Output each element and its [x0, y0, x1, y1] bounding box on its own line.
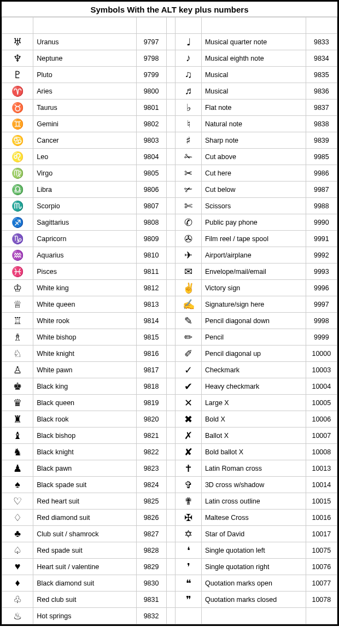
gap-cell [166, 378, 176, 395]
symbol-glyph-left: ♌ [2, 149, 33, 165]
symbol-glyph-left: ♗ [2, 329, 33, 346]
symbol-code-right: 10004 [306, 378, 337, 395]
symbol-code-right: 9837 [306, 99, 337, 116]
symbol-name-right: Airport/airplane [201, 247, 306, 264]
symbol-code-left: 9832 [136, 608, 166, 624]
symbol-name-left: Libra [33, 182, 136, 198]
table-row: ♚Black king9818✔Heavy checkmark10004 [2, 378, 337, 395]
symbol-name-left: Red spade suit [33, 542, 136, 559]
table-row: ♟Black pawn9823✝Latin Roman cross10013 [2, 460, 337, 477]
symbol-code-right: 9986 [306, 165, 337, 182]
symbol-code-right: 10014 [306, 477, 337, 493]
symbol-code-left: 9827 [136, 526, 166, 542]
symbol-code-left: 9799 [136, 67, 166, 83]
symbol-code-left: 9803 [136, 132, 166, 149]
symbol-code-right: 9836 [306, 83, 337, 99]
table-row: ♗White bishop9815✏Pencil9999 [2, 329, 337, 346]
symbol-code-left: 9822 [136, 444, 166, 460]
symbol-name-right: Musical eighth note [201, 50, 306, 67]
symbol-glyph-left: ♖ [2, 313, 33, 329]
symbol-glyph-right: ✁ [176, 149, 202, 165]
symbol-name-right: Maltese Cross [201, 510, 306, 526]
gap-cell [166, 50, 176, 67]
symbol-name-left: Pisces [33, 264, 136, 280]
symbol-name-left: Black queen [33, 395, 136, 411]
symbols-table: ♅Uranus9797♩Musical quarter note9833♆Nep… [2, 17, 337, 624]
symbol-glyph-right: ✗ [176, 428, 202, 444]
symbol-name-right: Musical [201, 83, 306, 99]
gap-cell [166, 444, 176, 460]
symbol-code-left: 9798 [136, 50, 166, 67]
symbol-name-left: Red heart suit [33, 493, 136, 510]
symbol-glyph-right: ♩ [176, 34, 202, 50]
symbol-code-left: 9811 [136, 264, 166, 280]
symbol-glyph-right: ✍ [176, 296, 202, 313]
symbol-code-right: 10077 [306, 575, 337, 592]
symbol-name-right: Quotation marks open [201, 575, 306, 592]
gap-cell [166, 83, 176, 99]
symbol-glyph-left: ♇ [2, 67, 33, 83]
symbol-code-left: 9819 [136, 395, 166, 411]
table-row: ♇Pluto9799♫Musical9835 [2, 67, 337, 83]
symbol-code-right: 9839 [306, 132, 337, 149]
symbol-code-right: 10078 [306, 592, 337, 608]
gap-cell [166, 329, 176, 346]
symbol-name-left: Sagittarius [33, 214, 136, 231]
symbol-glyph-right: ✉ [176, 264, 202, 280]
symbol-glyph-right: ✏ [176, 329, 202, 346]
table-row: ♙White pawn9817✓Checkmark10003 [2, 362, 337, 378]
symbol-name-left: Hot springs [33, 608, 136, 624]
table-row: ♦Black diamond suit9830❝Quotation marks … [2, 575, 337, 592]
symbol-code-right: 9991 [306, 231, 337, 247]
table-row: ♅Uranus9797♩Musical quarter note9833 [2, 34, 337, 50]
symbol-name-left: White queen [33, 296, 136, 313]
symbol-code-right: 9835 [306, 67, 337, 83]
symbol-code-left: 9804 [136, 149, 166, 165]
symbol-code-right [306, 608, 337, 624]
table-row: ♓Pisces9811✉Envelope/mail/email9993 [2, 264, 337, 280]
symbol-name-left: Black pawn [33, 460, 136, 477]
symbol-code-left: 9821 [136, 428, 166, 444]
symbol-code-right: 10013 [306, 460, 337, 477]
symbol-name-left: White king [33, 280, 136, 296]
symbol-name-left: Heart suit / valentine [33, 559, 136, 575]
symbol-glyph-left: ♝ [2, 428, 33, 444]
table-row: ♣Club suit / shamrock9827✡Star of David1… [2, 526, 337, 542]
symbol-code-right: 10007 [306, 428, 337, 444]
table-row: ♧Red club suit9831❞Quotation marks close… [2, 592, 337, 608]
symbol-glyph-left: ♐ [2, 214, 33, 231]
symbol-name-right: Bold ballot X [201, 444, 306, 460]
symbol-name-left: Capricorn [33, 231, 136, 247]
symbol-glyph-right: ✓ [176, 362, 202, 378]
gap-cell [166, 198, 176, 214]
symbol-name-right: Musical [201, 67, 306, 83]
symbol-glyph-left: ♥ [2, 559, 33, 575]
symbol-name-right: 3D cross w/shadow [201, 477, 306, 493]
symbol-name-right: Large X [201, 395, 306, 411]
symbol-code-right: 10008 [306, 444, 337, 460]
symbol-glyph-left: ♨ [2, 608, 33, 624]
symbol-code-left: 9828 [136, 542, 166, 559]
symbol-name-right: Pencil [201, 329, 306, 346]
symbol-glyph-left: ♓ [2, 264, 33, 280]
symbol-name-left: White bishop [33, 329, 136, 346]
symbol-glyph-right: ✇ [176, 231, 202, 247]
table-row: ♉Taurus9801♭Flat note9837 [2, 99, 337, 116]
gap-cell [166, 165, 176, 182]
table-row: ♤Red spade suit9828❛Single quotation lef… [2, 542, 337, 559]
symbol-code-left: 9813 [136, 296, 166, 313]
gap-cell [166, 493, 176, 510]
symbol-name-right: Cut below [201, 182, 306, 198]
symbol-glyph-left: ♜ [2, 411, 33, 428]
table-row: ♞Black knight9822✘Bold ballot X10008 [2, 444, 337, 460]
symbol-glyph-right: ✔ [176, 378, 202, 395]
symbol-name-left: Scorpio [33, 198, 136, 214]
symbol-glyph-right: ✐ [176, 346, 202, 362]
symbol-glyph-left: ♅ [2, 34, 33, 50]
symbol-code-right: 10015 [306, 493, 337, 510]
symbol-name-left: Black diamond suit [33, 575, 136, 592]
symbol-name-left: Virgo [33, 165, 136, 182]
symbol-name-right: Checkmark [201, 362, 306, 378]
gap-cell [166, 34, 176, 50]
symbol-glyph-right [176, 608, 202, 624]
